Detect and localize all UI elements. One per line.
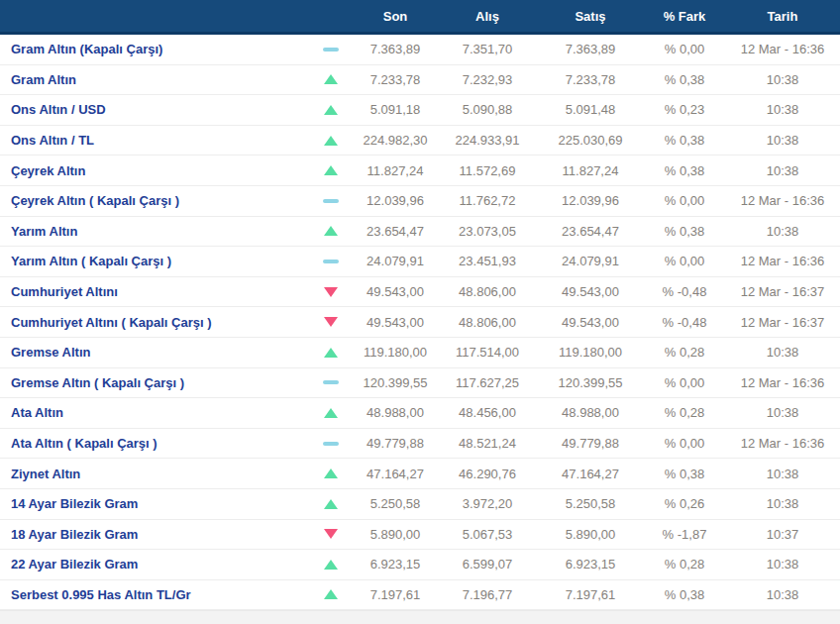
fark-value: % 0,38 [644, 587, 725, 602]
table-row[interactable]: 18 Ayar Bilezik Gram 5.890,00 5.067,53 5… [0, 520, 840, 551]
fark-value: % 0,00 [644, 42, 725, 56]
instrument-name: Serbest 0.995 Has Altın TL/Gr [0, 587, 309, 602]
tarih-value: 12 Mar - 16:36 [725, 436, 840, 451]
table-row[interactable]: Ons Altın / USD 5.091,18 5.090,88 5.091,… [0, 95, 840, 126]
alis-value: 117.627,25 [438, 375, 537, 390]
alis-value: 11.762,72 [438, 193, 537, 208]
instrument-name: 18 Ayar Bilezik Gram [0, 527, 309, 542]
table-row[interactable]: 14 Ayar Bilezik Gram 5.250,58 3.972,20 5… [0, 489, 840, 520]
table-row[interactable]: Gremse Altın ( Kapalı Çarşı ) 120.399,55… [0, 368, 840, 399]
flat-dash-icon [323, 48, 339, 52]
son-value: 7.197,61 [353, 587, 438, 602]
table-row[interactable]: Çeyrek Altın 11.827,24 11.572,69 11.827,… [0, 156, 840, 186]
table-row[interactable]: Çeyrek Altın ( Kapalı Çarşı ) 12.039,96 … [0, 186, 840, 217]
alis-value: 3.972,20 [438, 496, 537, 511]
fark-value: % 0,28 [644, 557, 725, 572]
son-value: 6.923,15 [353, 557, 438, 572]
tarih-value: 10:38 [725, 587, 840, 602]
table-row[interactable]: Yarım Altın ( Kapalı Çarşı ) 24.079,91 2… [0, 247, 840, 277]
satis-value: 11.827,24 [537, 163, 644, 178]
tarih-value: 10:38 [725, 163, 840, 178]
table-row[interactable]: Ata Altın 48.988,00 48.456,00 48.988,00 … [0, 398, 840, 429]
fark-value: % -1,87 [644, 527, 725, 542]
header-alis: Alış [438, 9, 537, 24]
fark-value: % -0,48 [644, 284, 725, 299]
instrument-name: Gremse Altın ( Kapalı Çarşı ) [0, 375, 309, 390]
satis-value: 49.779,88 [537, 436, 644, 451]
instrument-name: Çeyrek Altın ( Kapalı Çarşı ) [0, 193, 309, 208]
table-row[interactable]: Gram Altın 7.233,78 7.232,93 7.233,78 % … [0, 65, 840, 96]
table-row[interactable]: Gremse Altın 119.180,00 117.514,00 119.1… [0, 338, 840, 368]
footer-bar [0, 610, 840, 624]
alis-value: 7.196,77 [438, 587, 537, 602]
satis-value: 23.654,47 [537, 224, 644, 239]
table-row[interactable]: Yarım Altın 23.654,47 23.073,05 23.654,4… [0, 217, 840, 248]
alis-value: 23.073,05 [438, 224, 537, 239]
son-value: 5.250,58 [353, 496, 438, 511]
son-value: 49.543,00 [353, 315, 438, 330]
tarih-value: 12 Mar - 16:36 [725, 42, 840, 56]
satis-value: 24.079,91 [537, 254, 644, 268]
satis-value: 5.890,00 [537, 527, 644, 542]
up-arrow-icon [324, 165, 338, 175]
son-value: 23.654,47 [353, 224, 438, 239]
son-value: 49.543,00 [353, 284, 438, 299]
son-value: 120.399,55 [353, 375, 438, 390]
alis-value: 46.290,76 [438, 467, 537, 481]
satis-value: 48.988,00 [537, 405, 644, 420]
son-value: 24.079,91 [353, 254, 438, 268]
up-arrow-icon [324, 560, 338, 570]
table-row[interactable]: Cumhuriyet Altını ( Kapalı Çarşı ) 49.54… [0, 307, 840, 338]
table-row[interactable]: Ons Altın / TL 224.982,30 224.933,91 225… [0, 126, 840, 156]
fark-value: % 0,38 [644, 467, 725, 481]
header-son: Son [353, 9, 438, 24]
alis-value: 7.232,93 [438, 72, 537, 87]
alis-value: 48.806,00 [438, 315, 537, 330]
header-fark: % Fark [644, 9, 725, 24]
table-row[interactable]: Ata Altın ( Kapalı Çarşı ) 49.779,88 48.… [0, 429, 840, 460]
table-row[interactable]: 22 Ayar Bilezik Gram 6.923,15 6.599,07 6… [0, 550, 840, 580]
down-arrow-icon [324, 317, 338, 327]
son-value: 12.039,96 [353, 193, 438, 208]
alis-value: 23.451,93 [438, 254, 537, 268]
table-row[interactable]: Gram Altın (Kapalı Çarşı) 7.363,89 7.351… [0, 35, 840, 65]
up-arrow-icon [324, 589, 338, 599]
header-satis: Satış [537, 9, 644, 24]
alis-value: 48.456,00 [438, 405, 537, 420]
instrument-name: Ons Altın / TL [0, 133, 309, 148]
instrument-name: Gram Altın [0, 72, 309, 87]
instrument-name: Ata Altın [0, 405, 309, 420]
son-value: 119.180,00 [353, 345, 438, 360]
satis-value: 12.039,96 [537, 193, 644, 208]
alis-value: 7.351,70 [438, 42, 537, 56]
satis-value: 7.363,89 [537, 42, 644, 56]
tarih-value: 12 Mar - 16:36 [725, 375, 840, 390]
son-value: 5.091,18 [353, 102, 438, 117]
table-row[interactable]: Serbest 0.995 Has Altın TL/Gr 7.197,61 7… [0, 580, 840, 611]
satis-value: 6.923,15 [537, 557, 644, 572]
fark-value: % 0,00 [644, 436, 725, 451]
header-tarih: Tarih [725, 9, 840, 24]
instrument-name: Cumhuriyet Altını ( Kapalı Çarşı ) [0, 315, 309, 330]
son-value: 7.363,89 [353, 42, 438, 56]
fark-value: % 0,26 [644, 496, 725, 511]
fark-value: % -0,48 [644, 315, 725, 330]
up-arrow-icon [324, 136, 338, 146]
table-row[interactable]: Cumhuriyet Altını 49.543,00 48.806,00 49… [0, 277, 840, 308]
up-arrow-icon [324, 105, 338, 115]
down-arrow-icon [324, 529, 338, 539]
table-row[interactable]: Ziynet Altın 47.164,27 46.290,76 47.164,… [0, 459, 840, 489]
flat-dash-icon [323, 442, 339, 446]
flat-dash-icon [323, 260, 339, 263]
instrument-name: 22 Ayar Bilezik Gram [0, 557, 309, 572]
tarih-value: 10:38 [725, 345, 840, 360]
satis-value: 5.250,58 [537, 496, 644, 511]
up-arrow-icon [324, 348, 338, 358]
instrument-name: 14 Ayar Bilezik Gram [0, 496, 309, 511]
fark-value: % 0,00 [644, 254, 725, 268]
instrument-name: Çeyrek Altın [0, 163, 309, 178]
alis-value: 6.599,07 [438, 557, 537, 572]
down-arrow-icon [324, 287, 338, 297]
alis-value: 48.521,24 [438, 436, 537, 451]
fark-value: % 0,38 [644, 72, 725, 87]
